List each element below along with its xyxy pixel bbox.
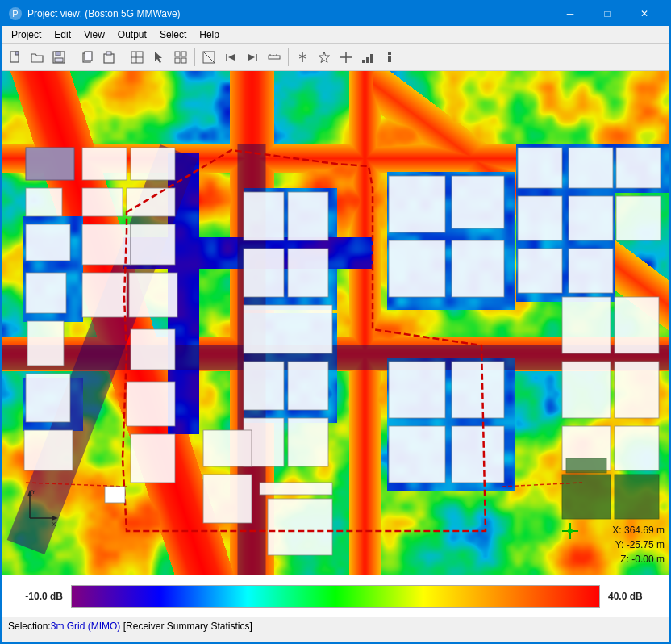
svg-rect-85 (203, 430, 252, 466)
status-highlight: 3m Grid (MIMO) (51, 621, 121, 632)
svg-rect-52 (131, 224, 175, 265)
svg-rect-67 (452, 176, 504, 228)
maximize-button[interactable]: □ (589, 2, 626, 26)
svg-rect-94 (566, 458, 606, 473)
svg-marker-31 (319, 52, 330, 63)
svg-rect-24 (269, 56, 280, 59)
signal-button[interactable] (357, 47, 378, 68)
svg-rect-4 (56, 52, 60, 56)
svg-rect-49 (82, 273, 127, 317)
menu-select[interactable]: Select (153, 26, 193, 43)
svg-rect-82 (268, 499, 332, 555)
svg-rect-42 (26, 273, 66, 313)
close-button[interactable]: ✕ (626, 2, 663, 26)
titlebar: P Project view: (Boston 5G MMWave) ─ □ ✕ (2, 2, 669, 26)
svg-rect-79 (518, 249, 562, 293)
select-tool-button[interactable] (148, 47, 169, 68)
menu-help[interactable]: Help (193, 26, 226, 43)
legend-min-value: -10.0 dB (15, 591, 63, 602)
window-title: Project view: (Boston 5G MMWave) (27, 8, 552, 19)
svg-rect-50 (131, 148, 175, 180)
y-coordinate: Y: -25.75 m (612, 537, 665, 552)
pan-right-button[interactable] (220, 47, 241, 68)
toolbar-sep-4 (288, 48, 289, 66)
svg-rect-77 (518, 196, 562, 240)
svg-rect-53 (129, 273, 177, 317)
svg-rect-60 (288, 249, 328, 297)
svg-rect-8 (104, 54, 114, 63)
svg-rect-15 (181, 52, 186, 56)
svg-rect-66 (389, 176, 445, 232)
window-controls: ─ □ ✕ (552, 2, 663, 26)
svg-rect-84 (203, 475, 252, 523)
svg-marker-13 (155, 52, 162, 63)
toolbar-sep-2 (123, 48, 123, 66)
svg-rect-41 (26, 224, 70, 261)
svg-point-100 (568, 529, 573, 533)
pan-left-button[interactable] (242, 47, 263, 68)
svg-rect-92 (562, 475, 611, 519)
menu-edit[interactable]: Edit (48, 26, 77, 43)
grid-button[interactable] (170, 47, 191, 68)
svg-rect-74 (518, 148, 562, 188)
svg-rect-95 (26, 148, 74, 180)
new-button[interactable] (5, 47, 26, 68)
svg-rect-78 (569, 196, 613, 240)
svg-rect-5 (55, 58, 63, 62)
svg-rect-59 (244, 249, 284, 297)
svg-rect-45 (24, 430, 73, 470)
svg-rect-58 (288, 192, 328, 240)
svg-rect-68 (389, 240, 445, 297)
svg-rect-89 (615, 362, 659, 418)
measure-button[interactable] (264, 47, 285, 68)
svg-rect-93 (615, 475, 659, 519)
coordinates-display: X: 364.69 m Y: -25.75 m Z: -0.00 m (612, 523, 665, 567)
svg-rect-87 (615, 426, 659, 470)
svg-rect-62 (244, 362, 284, 410)
map-area[interactable]: Y X X: 364.69 m Y: -25.75 m Z: -0.00 m (2, 71, 671, 575)
save-button[interactable] (48, 47, 69, 68)
paste-button[interactable] (98, 47, 119, 68)
svg-rect-9 (106, 52, 111, 55)
minimize-button[interactable]: ─ (552, 2, 589, 26)
open-button[interactable] (27, 47, 48, 68)
cross-button[interactable] (336, 47, 356, 68)
raster-button[interactable] (127, 47, 148, 68)
svg-rect-101 (105, 487, 125, 503)
menu-output[interactable]: Output (111, 26, 153, 43)
zoom-extent-button[interactable] (198, 47, 219, 68)
svg-text:X: X (52, 521, 56, 526)
z-coordinate: Z: -0.00 m (612, 552, 665, 567)
menu-view[interactable]: View (77, 26, 111, 43)
star-button[interactable] (314, 47, 335, 68)
toolbar-sep-3 (194, 48, 195, 66)
app-icon: P (8, 6, 23, 21)
svg-rect-57 (244, 192, 284, 240)
toolbar-sep-1 (73, 48, 73, 66)
svg-rect-37 (388, 52, 391, 55)
svg-text:P: P (12, 9, 18, 19)
svg-rect-69 (452, 240, 504, 297)
svg-rect-55 (127, 382, 175, 426)
svg-rect-73 (452, 426, 504, 483)
svg-rect-7 (85, 52, 92, 61)
statusbar: Selection: 3m Grid (MIMO) [Receiver Summ… (2, 617, 669, 634)
svg-rect-91 (615, 297, 659, 353)
svg-rect-63 (288, 362, 328, 410)
svg-rect-44 (26, 374, 70, 422)
legend-colorbar (71, 585, 600, 608)
info-button[interactable] (379, 47, 400, 68)
antenna-button[interactable] (292, 47, 313, 68)
copy-button[interactable] (77, 47, 98, 68)
svg-rect-65 (288, 418, 328, 466)
status-suffix: [Receiver Summary Statistics] (120, 621, 252, 632)
menu-project[interactable]: Project (5, 26, 48, 43)
svg-rect-90 (562, 297, 611, 353)
svg-line-19 (203, 52, 215, 63)
legend: -10.0 dB 40.0 dB (2, 575, 669, 617)
svg-rect-35 (366, 57, 369, 63)
svg-rect-54 (131, 329, 175, 370)
svg-rect-14 (175, 52, 180, 56)
svg-rect-61 (244, 305, 332, 353)
toolbar (2, 44, 669, 71)
